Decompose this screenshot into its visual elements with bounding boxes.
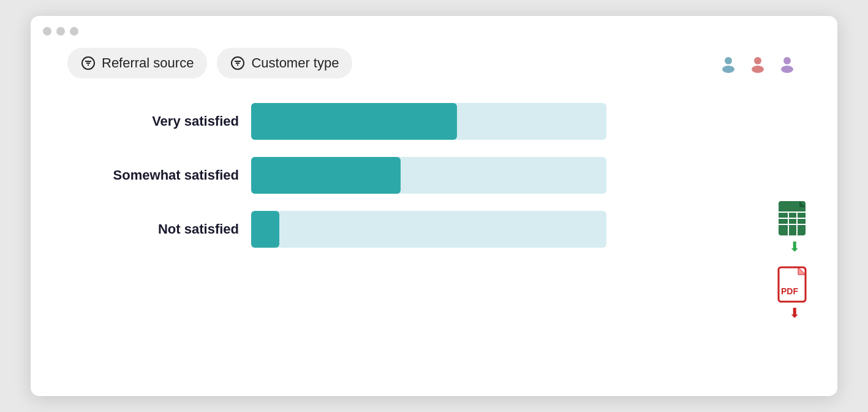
referral-source-filter[interactable]: Referral source [67, 48, 207, 78]
window-dot-red [43, 27, 51, 36]
bar-fill-very-satisfied [251, 103, 457, 140]
avatar-1 [715, 50, 742, 77]
svg-point-11 [752, 66, 764, 73]
filter-icon [81, 56, 96, 71]
toolbar: Referral source Customer type [31, 42, 837, 85]
avatar-3 [774, 50, 801, 77]
customer-type-label: Customer type [251, 55, 339, 71]
svg-point-8 [725, 57, 732, 64]
svg-point-9 [722, 66, 734, 73]
title-bar [31, 16, 837, 42]
user-avatars [715, 50, 801, 77]
customer-type-filter[interactable]: Customer type [217, 48, 352, 78]
window-dot-yellow [56, 27, 65, 36]
avatar-2 [744, 50, 771, 77]
label-very-satisfied: Very satisfied [67, 113, 239, 129]
export-spreadsheet-button[interactable]: ⬇ [776, 200, 813, 255]
svg-point-10 [754, 57, 761, 64]
label-somewhat-satisfied: Somewhat satisfied [67, 167, 239, 183]
referral-source-label: Referral source [102, 55, 194, 71]
svg-point-12 [783, 57, 791, 64]
bar-fill-not-satisfied [251, 211, 279, 248]
bar-container-not-satisfied [251, 211, 606, 248]
chart-row-very-satisfied: Very satisfied [67, 103, 801, 140]
bar-container-somewhat-satisfied [251, 157, 606, 194]
chart-row-not-satisfied: Not satisfied [67, 211, 801, 248]
window-dot-green [70, 27, 78, 36]
svg-text:PDF: PDF [781, 286, 798, 296]
chart-row-somewhat-satisfied: Somewhat satisfied [67, 157, 801, 194]
label-not-satisfied: Not satisfied [67, 221, 239, 237]
filter-icon-2 [230, 56, 245, 71]
pdf-download-icon: ⬇ [789, 305, 800, 321]
svg-point-13 [781, 66, 793, 73]
export-pdf-button[interactable]: PDF ⬇ [776, 266, 813, 321]
bar-fill-somewhat-satisfied [251, 157, 401, 194]
pdf-icon: PDF [776, 266, 813, 308]
bar-container-very-satisfied [251, 103, 606, 140]
chart-area: Very satisfied Somewhat satisfied Not sa… [31, 85, 837, 266]
spreadsheet-download-icon: ⬇ [789, 239, 800, 255]
app-window: Referral source Customer type [31, 16, 837, 396]
export-area: ⬇ PDF ⬇ [776, 200, 813, 321]
spreadsheet-icon [776, 200, 813, 242]
